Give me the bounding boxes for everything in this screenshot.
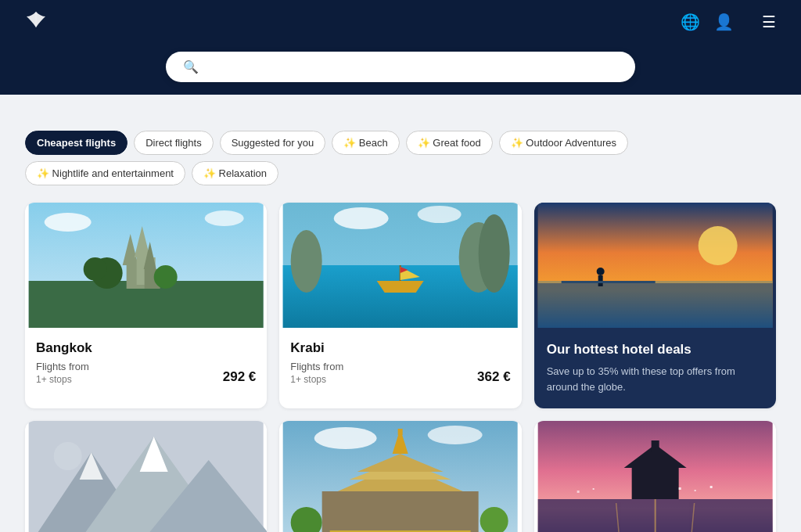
card-image-bangkok [25, 203, 267, 331]
card-body-krabi: Krabi Flights from 1+ stops 362 € [279, 331, 521, 396]
filter-tab-great-food[interactable]: ✨ Great food [406, 131, 493, 155]
svg-rect-59 [694, 490, 695, 491]
hotel-deals-card[interactable]: Our hottest hotel deals Save up to 35% w… [534, 203, 776, 408]
destination-card-rayong[interactable]: Rayong Flights from 1+ stops 395 € [25, 421, 267, 532]
destination-card-chiang-mai[interactable]: Chiang Mai Flights from 1+ stops 432 € [279, 421, 521, 532]
card-price-bangkok: 292 € [223, 369, 257, 385]
card-image-krabi [279, 203, 521, 331]
destination-card-krabi[interactable]: Krabi Flights from 1+ stops 362 € [279, 203, 521, 408]
card-image-rayong [25, 421, 267, 532]
svg-point-37 [54, 442, 82, 470]
card-stops-bangkok: 1+ stops [36, 374, 89, 385]
svg-rect-60 [709, 486, 712, 488]
svg-rect-52 [631, 468, 678, 499]
skyscanner-logo-icon [25, 9, 47, 35]
hotel-deals-body: Our hottest hotel deals Save up to 35% w… [534, 331, 776, 408]
card-image-khon-kaen [534, 421, 776, 532]
destination-card-khon-kaen[interactable]: Khon Kaen Flights from 1+ stops 456 € [534, 421, 776, 532]
filter-tab-suggested[interactable]: Suggested for you [220, 131, 326, 155]
svg-rect-39 [322, 491, 479, 532]
search-icon: 🔍 [183, 59, 199, 74]
header: 🌐 👤 ☰ [0, 0, 801, 44]
search-bar[interactable]: 🔍 [166, 52, 635, 82]
main-content: Cheapest flightsDirect flightsSuggested … [0, 95, 801, 532]
svg-point-10 [84, 257, 107, 281]
svg-point-23 [418, 206, 462, 223]
card-bottom-bangkok: Flights from 1+ stops 292 € [36, 361, 256, 385]
filter-tab-outdoor[interactable]: ✨ Outdoor Adventures [499, 131, 628, 155]
svg-point-28 [596, 268, 604, 275]
filter-tab-relaxation[interactable]: ✨ Relaxation [192, 161, 278, 185]
card-city-krabi: Krabi [290, 340, 510, 356]
svg-rect-44 [398, 429, 403, 435]
card-from-krabi: Flights from [290, 361, 343, 372]
svg-point-48 [314, 427, 377, 449]
filter-tabs: Cheapest flightsDirect flightsSuggested … [25, 131, 776, 185]
card-bottom-krabi: Flights from 1+ stops 362 € [290, 361, 510, 385]
filter-tab-direct[interactable]: Direct flights [134, 131, 214, 155]
svg-rect-26 [537, 281, 772, 328]
svg-point-25 [698, 226, 737, 265]
globe-icon[interactable]: 🌐 [681, 13, 700, 31]
svg-rect-54 [651, 440, 659, 452]
destination-card-bangkok[interactable]: Bangkok Flights from 1+ stops 292 € [25, 203, 267, 408]
cards-grid: Bangkok Flights from 1+ stops 292 € [25, 203, 776, 532]
menu-icon[interactable]: ☰ [762, 13, 776, 31]
svg-point-49 [428, 426, 483, 444]
svg-rect-58 [678, 487, 681, 490]
account-icon[interactable]: 👤 [714, 13, 734, 31]
filter-tab-cheapest[interactable]: Cheapest flights [25, 131, 128, 155]
card-image-chiang-mai [279, 421, 521, 532]
hotel-deals-desc: Save up to 35% with these top offers fro… [547, 364, 763, 394]
svg-rect-62 [577, 491, 579, 493]
card-from-bangkok: Flights from [36, 361, 89, 372]
hotel-deals-title: Our hottest hotel deals [547, 342, 763, 358]
svg-point-17 [291, 230, 322, 293]
svg-rect-30 [561, 281, 655, 283]
svg-point-12 [205, 210, 244, 226]
card-city-bangkok: Bangkok [36, 340, 256, 356]
card-flight-info-bangkok: Flights from 1+ stops [36, 361, 89, 385]
svg-point-11 [45, 213, 92, 232]
card-body-bangkok: Bangkok Flights from 1+ stops 292 € [25, 331, 267, 396]
svg-point-16 [479, 214, 510, 293]
filter-tab-nightlife[interactable]: ✨ Nightlife and entertainment [25, 161, 185, 185]
search-bar-area: 🔍 [0, 44, 801, 95]
logo [25, 9, 53, 35]
svg-point-22 [334, 207, 389, 229]
card-flight-info-krabi: Flights from 1+ stops [290, 361, 343, 385]
filter-tab-beach[interactable]: ✨ Beach [332, 131, 399, 155]
card-price-krabi: 362 € [477, 369, 511, 385]
svg-marker-18 [377, 281, 424, 293]
svg-point-9 [154, 265, 178, 289]
svg-rect-61 [592, 488, 594, 490]
header-actions: 🌐 👤 ☰ [681, 13, 776, 31]
card-stops-krabi: 1+ stops [290, 374, 343, 385]
